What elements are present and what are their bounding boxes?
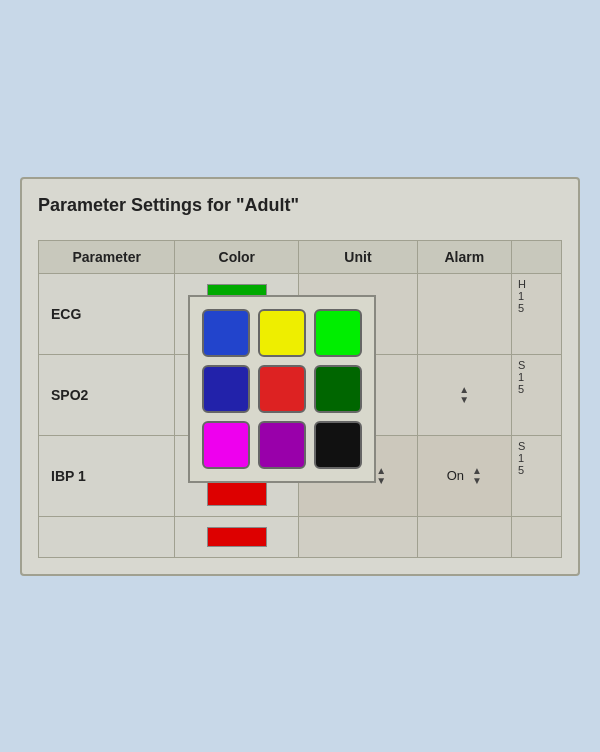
alarm-cell-ibp1: On ▲ ▼ [417, 435, 511, 516]
alarm-stepper-ibp1[interactable]: ▲ ▼ [472, 466, 482, 486]
header-info [512, 240, 562, 273]
info-cell-ibp2 [512, 516, 562, 557]
color-option-purple[interactable] [258, 421, 306, 469]
alarm-cell-ibp2 [417, 516, 511, 557]
alarm-cell-ecg [417, 273, 511, 354]
color-picker-popup [188, 295, 376, 483]
header-unit: Unit [299, 240, 417, 273]
color-option-dark-blue[interactable] [202, 365, 250, 413]
color-option-yellow[interactable] [258, 309, 306, 357]
alarm-stepper-spo2[interactable]: ▲ ▼ [459, 385, 469, 405]
info-cell-ibp1: S15 [512, 435, 562, 516]
color-option-bright-green[interactable] [314, 309, 362, 357]
header-color: Color [175, 240, 299, 273]
info-cell-spo2: S15 [512, 354, 562, 435]
color-option-blue[interactable] [202, 309, 250, 357]
color-cell-ibp2[interactable] [175, 516, 299, 557]
alarm-label-ibp1: On [447, 468, 464, 483]
info-cell-ecg: H15 [512, 273, 562, 354]
header-parameter: Parameter [39, 240, 175, 273]
color-option-red[interactable] [258, 365, 306, 413]
table-wrapper: Parameter Color Unit Alarm ECG [38, 240, 562, 558]
unit-cell-ibp2 [299, 516, 417, 557]
alarm-cell-spo2: ▲ ▼ [417, 354, 511, 435]
param-name-spo2: SPO2 [39, 354, 175, 435]
main-container: Parameter Settings for "Adult" Parameter… [20, 177, 580, 576]
color-option-dark-green[interactable] [314, 365, 362, 413]
table-row [39, 516, 562, 557]
color-option-black[interactable] [314, 421, 362, 469]
param-name-ibp2 [39, 516, 175, 557]
page-title: Parameter Settings for "Adult" [38, 195, 562, 224]
param-name-ecg: ECG [39, 273, 175, 354]
param-name-ibp1: IBP 1 [39, 435, 175, 516]
color-option-magenta[interactable] [202, 421, 250, 469]
header-alarm: Alarm [417, 240, 511, 273]
unit-stepper-ibp1[interactable]: ▲ ▼ [376, 466, 386, 486]
